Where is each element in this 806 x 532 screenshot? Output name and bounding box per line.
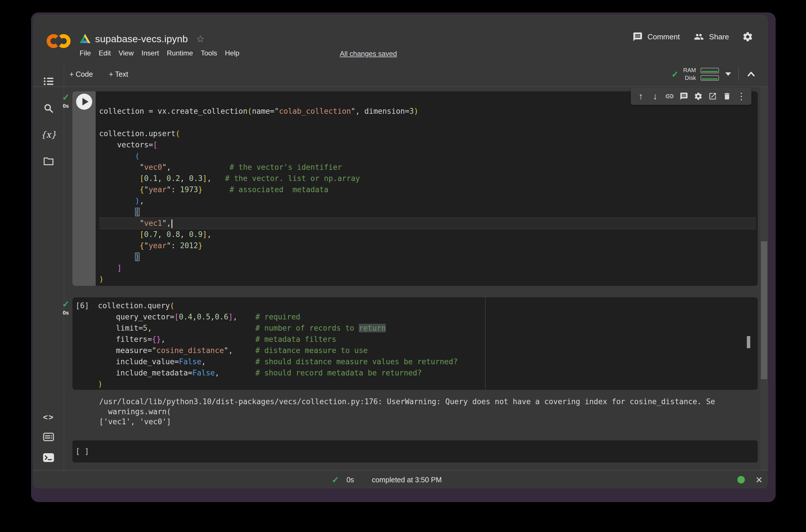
code-line[interactable]: measure="cosine_distance", # distance me… — [98, 345, 756, 356]
menu-item-insert[interactable]: Insert — [141, 49, 159, 57]
cell-settings-gear-icon[interactable] — [691, 89, 706, 103]
status-duration: 0s — [346, 476, 354, 484]
code-line[interactable]: ) — [99, 274, 756, 285]
settings-gear-icon[interactable] — [742, 31, 753, 42]
app-header: supabase-vecs.ipynb ☆ FileEditViewInsert… — [33, 15, 768, 62]
kernel-status-dot — [737, 476, 745, 483]
mirror-cell-icon[interactable] — [706, 89, 720, 103]
cell-run-strip — [72, 91, 96, 286]
menu-item-tools[interactable]: Tools — [201, 49, 217, 57]
share-button[interactable]: Share — [693, 32, 729, 42]
code-cell-1[interactable]: collection = vx.create_collection(name="… — [72, 91, 758, 286]
code-line[interactable]: "vec0", # the vector's identifier — [99, 162, 756, 173]
add-code-button[interactable]: + Code — [70, 70, 93, 78]
code-editor-1[interactable]: collection = vx.create_collection(name="… — [99, 106, 756, 285]
menubar: FileEditViewInsertRuntimeToolsHelp — [80, 49, 239, 57]
ram-label: RAM — [683, 66, 696, 74]
cell-exec-time: 0s — [59, 103, 72, 109]
delete-cell-icon[interactable] — [720, 89, 734, 103]
code-line[interactable]: limit=5, # number of records to return — [98, 323, 756, 334]
code-line[interactable]: [0.1, 0.2, 0.3], # the vector. list or n… — [99, 173, 756, 184]
notebook-toolbar: + Code + Text ✓ RAM Disk — [33, 62, 768, 87]
menu-item-runtime[interactable]: Runtime — [167, 49, 193, 57]
cell-exec-time: 0s — [59, 310, 72, 316]
move-down-icon[interactable]: ↓ — [648, 89, 663, 103]
add-comment-icon[interactable] — [677, 89, 691, 103]
run-cell-button[interactable] — [76, 93, 93, 110]
code-line[interactable]: filters={}, # metadata filters — [98, 334, 756, 345]
resources-widget[interactable]: ✓ RAM Disk — [671, 63, 756, 85]
cell-output: /usr/local/lib/python3.10/dist-packages/… — [99, 397, 715, 427]
colab-window: supabase-vecs.ipynb ☆ FileEditViewInsert… — [33, 15, 768, 489]
editor-scrollbar-thumb[interactable] — [747, 336, 750, 348]
drive-icon — [80, 34, 91, 44]
code-cell-2[interactable]: [6] collection.query( query_vector=[0.4,… — [72, 297, 758, 390]
code-line[interactable]: {"year": 2012} — [99, 240, 756, 251]
code-line[interactable]: include_metadata=False, # should record … — [98, 367, 756, 379]
code-line[interactable]: ) — [99, 251, 756, 263]
collapse-toolbar-icon[interactable] — [746, 70, 756, 78]
add-text-button[interactable]: + Text — [109, 70, 128, 78]
code-line[interactable]: ( — [99, 151, 756, 162]
sidebar-divider — [64, 62, 64, 470]
colab-logo[interactable] — [46, 31, 72, 52]
menu-item-help[interactable]: Help — [225, 49, 239, 57]
save-status-link[interactable]: All changes saved — [340, 50, 397, 58]
code-line[interactable]: collection = vx.create_collection(name="… — [99, 106, 756, 117]
status-check-icon: ✓ — [332, 475, 339, 485]
code-line[interactable]: ( — [99, 207, 756, 218]
code-line[interactable]: [0.7, 0.8, 0.9], — [99, 229, 756, 240]
output-line: warnings.warn( — [99, 407, 715, 417]
editor-ruler — [485, 297, 485, 390]
ram-usage-bar — [701, 68, 719, 73]
code-line[interactable]: vectors=[ — [99, 139, 756, 151]
empty-prompt: [ ] — [76, 440, 89, 462]
command-palette-icon[interactable] — [42, 430, 55, 444]
cell-success-check-icon: ✓ — [59, 299, 72, 309]
menu-item-view[interactable]: View — [119, 49, 134, 57]
status-message: completed at 3:50 PM — [372, 476, 442, 484]
files-icon[interactable] — [42, 154, 55, 168]
output-line: /usr/local/lib/python3.10/dist-packages/… — [99, 397, 715, 407]
notebook-title[interactable]: supabase-vecs.ipynb — [95, 33, 188, 44]
link-icon[interactable] — [663, 89, 677, 103]
variables-icon[interactable]: {x} — [42, 128, 55, 141]
connected-check-icon: ✓ — [671, 69, 678, 79]
code-line[interactable]: "vec1", — [99, 218, 756, 229]
code-line[interactable]: {"year": 1973} # associated metadata — [99, 184, 756, 195]
cell2-status: ✓ 0s — [59, 299, 72, 316]
comment-button[interactable]: Comment — [633, 32, 680, 42]
execution-count: [6] — [76, 300, 89, 311]
search-icon[interactable] — [42, 101, 55, 115]
comment-icon — [633, 32, 643, 42]
more-options-icon[interactable]: ⋮ — [734, 89, 749, 103]
desktop: supabase-vecs.ipynb ☆ FileEditViewInsert… — [0, 0, 806, 532]
code-line[interactable]: collection.upsert( — [99, 128, 756, 139]
code-line[interactable]: ] — [99, 263, 756, 274]
close-statusbar-icon[interactable]: × — [756, 474, 762, 486]
text-cursor — [172, 220, 172, 228]
notebook-scrollbar-thumb[interactable] — [761, 241, 767, 379]
code-line[interactable]: include_value=False, # should distance m… — [98, 356, 756, 367]
code-line[interactable]: ), — [99, 195, 756, 207]
cell1-status: ✓ 0s — [59, 92, 72, 109]
move-up-icon[interactable]: ↑ — [634, 89, 648, 103]
code-line[interactable]: ) — [98, 379, 756, 390]
window-frame: supabase-vecs.ipynb ☆ FileEditViewInsert… — [31, 13, 775, 502]
code-line[interactable] — [99, 117, 756, 128]
cell-success-check-icon: ✓ — [59, 92, 72, 102]
code-line[interactable]: collection.query( — [98, 300, 756, 311]
disk-usage-bar — [701, 75, 719, 81]
table-of-contents-icon[interactable] — [42, 74, 55, 88]
code-snippets-icon[interactable]: <> — [42, 411, 55, 424]
code-editor-2[interactable]: collection.query( query_vector=[0.4,0.5,… — [98, 300, 756, 390]
menu-item-edit[interactable]: Edit — [98, 49, 111, 57]
star-icon[interactable]: ☆ — [196, 33, 205, 44]
terminal-icon[interactable] — [42, 451, 55, 464]
execution-statusbar: ✓ 0s completed at 3:50 PM × — [33, 470, 768, 489]
notebook-scrollbar-track[interactable] — [760, 87, 768, 470]
resources-dropdown-icon[interactable] — [725, 72, 731, 76]
menu-item-file[interactable]: File — [80, 49, 91, 57]
code-line[interactable]: query_vector=[0.4,0.5,0.6], # required — [98, 311, 756, 323]
code-cell-empty[interactable]: [ ] — [72, 440, 758, 462]
